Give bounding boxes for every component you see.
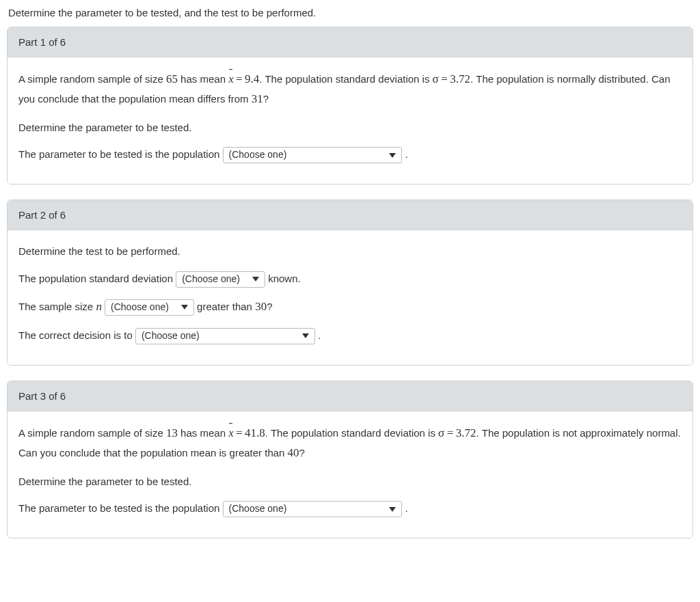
text: . The population standard deviation is — [265, 427, 438, 439]
chevron-down-icon — [389, 153, 396, 158]
dropdown-placeholder: (Choose one) — [182, 271, 240, 288]
part-2-line-3: The correct decision is to (Choose one) … — [18, 327, 682, 344]
answer-lead: The parameter to be tested is the popula… — [18, 502, 223, 514]
text: . — [318, 329, 321, 341]
stddev-known-dropdown[interactable]: (Choose one) — [176, 271, 265, 288]
dropdown-placeholder: (Choose one) — [229, 147, 287, 163]
sample-size-value: 13 — [166, 426, 178, 439]
chevron-down-icon — [389, 507, 396, 512]
text: greater than — [197, 301, 255, 312]
part-2-line-1: The population standard deviation (Choos… — [18, 270, 682, 288]
text: The correct decision is to — [18, 329, 135, 341]
part-2: Part 2 of 6 Determine the test to be per… — [7, 200, 693, 365]
sample-size-value: 65 — [166, 72, 178, 85]
part-3: Part 3 of 6 A simple random sample of si… — [7, 381, 693, 538]
parameter-dropdown[interactable]: (Choose one) — [223, 147, 403, 163]
sigma-value: σ = 3.72 — [438, 426, 476, 439]
dropdown-placeholder: (Choose one) — [229, 501, 287, 517]
part-1-prompt: Determine the parameter to be tested. — [18, 119, 682, 137]
chevron-down-icon — [181, 305, 188, 310]
part-3-answer-line: The parameter to be tested is the popula… — [18, 500, 682, 517]
text: ? — [263, 93, 269, 105]
dropdown-placeholder: (Choose one) — [111, 299, 169, 316]
target-value: 31 — [252, 92, 263, 105]
chevron-down-icon — [252, 277, 259, 282]
text: known. — [268, 273, 301, 284]
xbar-symbol: x — [228, 70, 234, 90]
part-2-prompt: Determine the test to be performed. — [18, 243, 682, 260]
text: ? — [299, 447, 305, 459]
text: The population standard deviation — [18, 273, 176, 284]
text: . The population standard deviation is — [259, 73, 432, 85]
threshold-value: 30 — [255, 300, 267, 313]
xbar-value: = 41.8 — [234, 426, 265, 439]
xbar-value: = 9.4 — [234, 72, 260, 85]
n-symbol: n — [96, 300, 102, 313]
page-instruction: Determine the parameter to be tested, an… — [7, 5, 693, 27]
part-1-header: Part 1 of 6 — [8, 27, 692, 57]
part-2-header: Part 2 of 6 — [8, 200, 692, 230]
part-1-body: A simple random sample of size 65 has me… — [8, 57, 692, 184]
sample-size-dropdown[interactable]: (Choose one) — [105, 299, 194, 316]
part-3-problem: A simple random sample of size 13 has me… — [18, 424, 682, 463]
part-1-problem: A simple random sample of size 65 has me… — [18, 70, 682, 109]
parameter-dropdown[interactable]: (Choose one) — [223, 501, 403, 517]
text: ? — [267, 301, 272, 312]
text: The sample size — [18, 301, 96, 312]
sigma-value: σ = 3.72 — [433, 72, 470, 85]
text: A simple random sample of size — [18, 427, 166, 439]
text: has mean — [178, 427, 228, 439]
text: . — [405, 148, 408, 160]
text: . — [405, 502, 408, 514]
text: has mean — [178, 73, 228, 85]
part-3-prompt: Determine the parameter to be tested. — [18, 473, 682, 491]
decision-dropdown[interactable]: (Choose one) — [135, 328, 315, 344]
xbar-symbol: x — [228, 424, 234, 443]
scrollbar-track[interactable] — [695, 0, 700, 559]
target-value: 40 — [288, 446, 299, 459]
text: A simple random sample of size — [18, 73, 166, 85]
chevron-down-icon — [302, 333, 309, 338]
part-1: Part 1 of 6 A simple random sample of si… — [7, 27, 693, 184]
part-3-header: Part 3 of 6 — [8, 381, 692, 411]
dropdown-placeholder: (Choose one) — [142, 328, 200, 344]
part-2-line-2: The sample size n (Choose one) greater t… — [18, 297, 682, 317]
part-3-body: A simple random sample of size 13 has me… — [8, 411, 692, 538]
answer-lead: The parameter to be tested is the popula… — [18, 148, 223, 160]
part-1-answer-line: The parameter to be tested is the popula… — [18, 146, 682, 163]
part-2-body: Determine the test to be performed. The … — [8, 230, 692, 364]
